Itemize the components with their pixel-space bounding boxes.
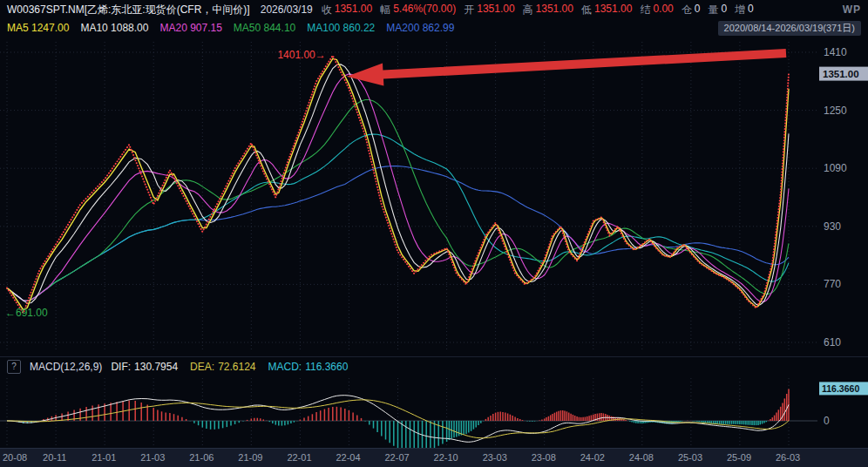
x-tick-label: 25-09	[727, 452, 751, 463]
top-bar: W00367SPT.NM[乙烯:东北亚:现货价(CFR，中间价)] 2026/0…	[0, 0, 868, 19]
date-range-badge[interactable]: 2020/08/14-2026/03/19(371日)	[718, 21, 861, 36]
ma-item-MA5: MA5 1247.00	[7, 22, 69, 34]
macd-title[interactable]: MACD(12,26,9)	[30, 361, 102, 373]
macd-panel[interactable]: 0116.3660	[0, 376, 868, 448]
ma-legend-bar: MA5 1247.00MA10 1088.00MA20 907.15MA50 8…	[0, 19, 868, 37]
x-tick-label: 20-08	[3, 452, 27, 463]
ma-item-MA200: MA200 862.99	[386, 22, 454, 34]
dea-readout: DEA:72.6124	[190, 361, 259, 373]
quote-field-仓: 仓0	[682, 3, 701, 17]
x-tick-label: 21-03	[140, 452, 165, 463]
svg-text:116.3660: 116.3660	[822, 383, 859, 394]
x-tick-label: 24-08	[629, 452, 654, 463]
quote-field-结: 结0.00	[640, 3, 673, 17]
help-icon[interactable]: ?	[7, 360, 21, 374]
dea-value: 72.6124	[218, 361, 255, 373]
last-price-badge: 1351.00	[819, 67, 868, 81]
x-tick-label: 22-01	[287, 452, 311, 463]
time-axis: 20-0820-1121-0121-0321-0621-0922-0122-04…	[0, 448, 868, 467]
quote-field-幅: 幅5.46%(70.00)	[380, 3, 456, 17]
y-tick-label: 930	[824, 220, 841, 233]
ma-item-MA20: MA20 907.15	[159, 22, 221, 34]
x-tick-label: 22-04	[336, 452, 360, 463]
ma-item-MA10: MA10 1088.00	[80, 22, 148, 34]
peak-annotation: 1401.00→	[277, 49, 325, 61]
trend-arrow-icon	[347, 49, 787, 86]
x-tick-label: 21-06	[189, 452, 214, 463]
macd-header: ? MACD(12,26,9) DIF:130.7954 DEA:72.6124…	[0, 357, 868, 376]
svg-text:1351.00: 1351.00	[823, 69, 859, 79]
x-tick-label: 23-08	[532, 452, 556, 463]
symbol-title[interactable]: W00367SPT.NM[乙烯:东北亚:现货价(CFR，中间价)]	[7, 3, 250, 17]
ma-item-MA100: MA100 860.22	[307, 22, 375, 34]
macd-readout: MACD:116.3660	[268, 361, 352, 373]
main-price-chart[interactable]: 1410125010909307706101401.00→←691.001351…	[0, 37, 868, 357]
dif-value: 130.7954	[134, 361, 178, 373]
macd-zero-label: 0	[824, 415, 830, 427]
dif-readout: DIF:130.7954	[111, 361, 181, 373]
y-tick-label: 610	[824, 336, 841, 349]
y-axis-labels: 141012501090930770610	[824, 46, 847, 349]
y-tick-label: 1410	[824, 46, 847, 58]
x-tick-label: 23-03	[483, 452, 507, 463]
wp-logo: WP	[843, 3, 861, 16]
quote-fields: 收1351.00幅5.46%(70.00)开1351.00高1351.00低13…	[322, 3, 754, 17]
ma-item-MA50: MA50 844.10	[234, 22, 295, 34]
x-tick-label: 26-03	[776, 452, 800, 463]
x-tick-label: 25-03	[678, 452, 702, 463]
x-tick-label: 24-02	[580, 452, 605, 463]
y-tick-label: 770	[824, 278, 841, 290]
quote-date: 2026/03/19	[261, 3, 313, 16]
ma50-line	[7, 100, 789, 301]
x-tick-label: 21-01	[92, 452, 116, 463]
x-tick-label: 22-07	[385, 452, 410, 463]
quote-field-开: 开1351.00	[464, 3, 514, 17]
macd-value-badge: 116.3660	[819, 382, 868, 395]
dea-label: DEA:	[190, 361, 214, 373]
macd-label: MACD:	[268, 361, 302, 373]
quote-field-高: 高1351.00	[523, 3, 573, 17]
quote-field-量: 量0	[708, 3, 727, 17]
y-tick-label: 1090	[824, 162, 847, 174]
macd-value: 116.3660	[305, 361, 348, 373]
low-annotation: ←691.00	[5, 307, 48, 319]
x-tick-label: 21-09	[238, 452, 262, 463]
dif-label: DIF:	[111, 361, 131, 373]
y-tick-label: 1250	[824, 105, 847, 117]
ma-items: MA5 1247.00MA10 1088.00MA20 907.15MA50 8…	[7, 22, 454, 34]
grid	[0, 42, 817, 352]
quote-field-低: 低1351.00	[581, 3, 632, 17]
x-tick-label: 22-10	[434, 452, 458, 463]
x-tick-label: 20-11	[43, 452, 66, 463]
quote-field-收: 收1351.00	[322, 3, 372, 17]
macd-histogram	[7, 389, 789, 448]
chart-app: W00367SPT.NM[乙烯:东北亚:现货价(CFR，中间价)] 2026/0…	[0, 0, 868, 467]
quote-field-增: 增0	[735, 3, 754, 17]
